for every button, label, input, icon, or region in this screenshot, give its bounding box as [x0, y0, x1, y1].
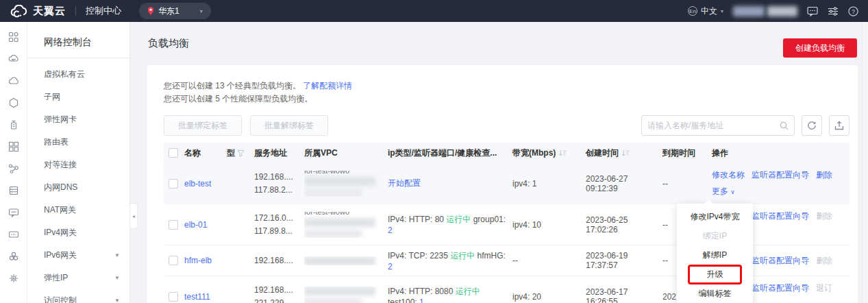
settings-sliders-icon[interactable]	[828, 6, 839, 16]
filter-funnel-icon[interactable]	[237, 149, 245, 157]
action-unsubscribe[interactable]: 退订	[816, 283, 832, 293]
export-button[interactable]	[829, 115, 850, 136]
row-checkbox[interactable]	[169, 256, 178, 265]
quota-classic-text: 您还可以创建 13 个经典型负载均衡。	[164, 81, 301, 90]
lb-name-link[interactable]: test111	[184, 292, 210, 302]
vpc-cell: for-test-wowo	[304, 212, 388, 238]
target-count-link[interactable]: 2	[388, 262, 393, 271]
action-listener-wizard[interactable]: 监听器配置向导	[752, 170, 809, 180]
target-count-link[interactable]: 1	[419, 298, 424, 303]
sidebar-item-label: 虚拟私有云	[44, 69, 120, 80]
host-icon[interactable]	[8, 119, 19, 130]
sidebar-item-eni[interactable]: 弹性网卡	[27, 108, 129, 131]
sidebar-item-vpc[interactable]: 虚拟私有云	[27, 63, 129, 86]
sidebar-item-label: 弹性网卡	[44, 114, 120, 125]
select-all-checkbox[interactable]	[169, 148, 178, 158]
action-delete[interactable]: 删除	[816, 211, 832, 221]
help-icon[interactable]: ?	[848, 6, 858, 16]
server-rack-icon[interactable]	[8, 185, 19, 196]
divider	[27, 58, 129, 58]
created-time: 2023-06-19 17:37:57	[586, 251, 662, 270]
listener-info: IPv4: HTTP: 8080 运行中 test100: 1	[388, 287, 480, 303]
col-address: 服务地址	[254, 147, 304, 159]
col-created: 创建时间	[586, 147, 619, 159]
sidebar-item-internal-dns[interactable]: 内网DNS	[27, 176, 129, 199]
cloud-icon[interactable]	[8, 75, 19, 86]
sidebar-item-subnet[interactable]: 子网	[27, 86, 129, 108]
lb-name-link[interactable]: elb-test	[184, 179, 211, 189]
bandwidth-value: ipv4: 10	[512, 220, 586, 230]
sidebar-collapse-handle[interactable]: ◂	[130, 203, 138, 229]
action-listener-wizard[interactable]: 监听器配置向导	[752, 283, 809, 293]
menu-item-upgrade[interactable]: 升级	[677, 265, 753, 284]
scrollbar[interactable]	[862, 22, 868, 303]
sidebar-item-ipv6-gateway[interactable]: IPv6网关▼	[27, 244, 129, 267]
network-icon[interactable]	[8, 163, 19, 174]
action-rename[interactable]: 修改名称	[712, 170, 745, 180]
apps-grid-icon[interactable]	[8, 32, 19, 43]
bandwidth-value: ipv4: 1	[512, 179, 586, 189]
search-input[interactable]	[647, 121, 780, 130]
row-checkbox[interactable]	[169, 220, 178, 230]
vpc-cell	[304, 256, 388, 265]
settings-gear-icon[interactable]	[8, 273, 19, 284]
sidebar-item-ipv4-gateway[interactable]: IPv4网关	[27, 221, 129, 244]
status-running: 运行中	[456, 287, 480, 296]
menu-items: 修改IPv4带宽绑定IP解绑IP升级编辑标签	[677, 207, 753, 303]
menu-item-modify-ipv4-bandwidth[interactable]: 修改IPv4带宽	[677, 207, 753, 226]
configure-listener-link[interactable]: 开始配置	[388, 178, 421, 188]
vpc-name: for-test-wowo	[304, 212, 382, 216]
vpc-cell	[304, 287, 388, 303]
sidebar-item-label: 对等连接	[44, 159, 120, 171]
container-hex-icon[interactable]	[8, 97, 19, 108]
row-checkbox[interactable]	[169, 179, 178, 189]
sort-icon[interactable]	[558, 149, 567, 157]
vpc-cell: for-test-wowo	[304, 171, 388, 197]
sidebar-item-route-table[interactable]: 路由表	[27, 131, 129, 154]
action-delete[interactable]: 删除	[816, 256, 832, 265]
create-loadbalancer-button[interactable]: 创建负载均衡	[783, 38, 857, 58]
row-checkbox[interactable]	[169, 292, 178, 302]
col-listener: ip类型/监听器端口/健康检查...	[388, 147, 512, 159]
col-expire: 到期时间	[662, 147, 712, 159]
lb-name-link[interactable]: elb-01	[184, 220, 207, 230]
batch-unbind-tags-button[interactable]: 批量解绑标签	[250, 115, 328, 136]
billing-card-icon[interactable]	[8, 229, 19, 240]
cloud-server-icon[interactable]	[8, 53, 19, 64]
col-type: 型	[227, 147, 235, 159]
search-icon[interactable]	[780, 121, 789, 130]
sort-icon[interactable]	[621, 149, 630, 157]
region-selector[interactable]: 华东1 ▾	[139, 3, 211, 19]
lb-name-link[interactable]: hfm-elb	[184, 256, 212, 265]
sidebar-item-access-control[interactable]: 访问控制▼	[27, 289, 129, 303]
target-count-link[interactable]: 2	[388, 226, 393, 235]
action-listener-wizard[interactable]: 监听器配置向导	[752, 211, 809, 221]
cluster-icon[interactable]	[8, 251, 19, 262]
batch-bind-tags-button[interactable]: 批量绑定标签	[164, 115, 242, 136]
more-button[interactable]: 更多 ∨	[712, 186, 735, 196]
redacted-vpc	[304, 256, 375, 265]
redacted-vpc	[304, 218, 375, 227]
language-label: 中文	[701, 5, 717, 17]
message-icon[interactable]	[8, 207, 19, 218]
listener-info: IPv4: TCP: 2235 运行中 hfmHG: 2	[388, 251, 506, 271]
sidebar-item-label: 子网	[44, 91, 120, 103]
redacted-vpc	[304, 177, 375, 186]
menu-item-edit-tags[interactable]: 编辑标签	[677, 284, 753, 303]
language-selector[interactable]: En 中文 ▾	[688, 5, 723, 17]
action-listener-wizard[interactable]: 监听器配置向导	[752, 256, 809, 265]
quota-detail-link[interactable]: 了解配额详情	[303, 81, 352, 90]
user-account[interactable]	[733, 6, 797, 16]
menu-item-unbind-ip[interactable]: 解绑IP	[677, 245, 753, 265]
console-center-link[interactable]: 控制中心	[86, 5, 121, 17]
sidebar-item-label: IPv6网关	[44, 250, 114, 261]
service-address: 221.229....	[254, 297, 299, 303]
action-delete[interactable]: 删除	[816, 170, 832, 180]
refresh-button[interactable]	[802, 115, 822, 136]
dashboard-grid-icon[interactable]	[8, 141, 19, 152]
table-row-elb-test: elb-test192.168....117.88.2...for-test-w…	[164, 163, 850, 204]
sidebar-item-peering[interactable]: 对等连接	[27, 154, 129, 176]
message-icon[interactable]	[807, 6, 818, 16]
sidebar-item-eip[interactable]: 弹性IP▼	[27, 267, 129, 289]
sidebar-item-nat-gateway[interactable]: NAT网关	[27, 199, 129, 221]
